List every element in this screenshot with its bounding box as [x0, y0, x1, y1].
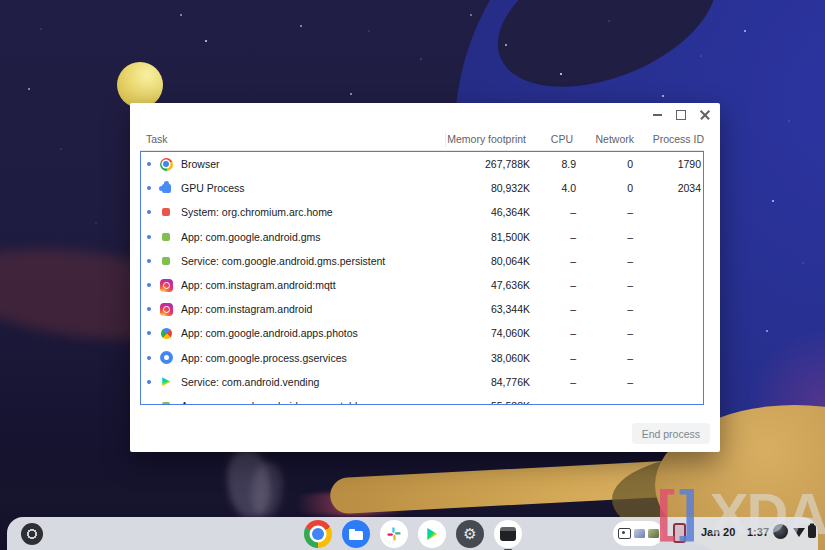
task-name: Service: com.android.vending — [181, 376, 456, 388]
cpu-value: – — [530, 206, 576, 218]
task-table-body: Browser 267,788K 8.9 0 1790 GPU Process … — [140, 151, 704, 405]
network-value: – — [576, 327, 633, 339]
task-row[interactable]: App: com.google.process.gservices 38,060… — [141, 346, 703, 370]
network-value: – — [576, 255, 633, 267]
network-value: – — [576, 352, 633, 364]
battery-icon[interactable] — [808, 525, 816, 538]
process-bullet-icon — [147, 356, 151, 360]
task-name: App: com.instagram.android — [181, 303, 456, 315]
close-button[interactable] — [698, 108, 712, 122]
slack-glyph — [386, 526, 402, 542]
tote-tray[interactable] — [613, 521, 663, 546]
task-table: Task Memory footprint CPU Network Proces… — [140, 129, 704, 405]
cpu-value: – — [530, 255, 576, 267]
task-name: App: com.google.android.gms.unstable — [181, 400, 456, 405]
cpu-value: 4.0 — [530, 182, 576, 194]
memory-value: 46,364K — [456, 206, 530, 218]
network-value: – — [576, 303, 633, 315]
cpu-value: – — [530, 303, 576, 315]
memory-value: 55,588K — [456, 400, 530, 405]
process-bullet-icon — [147, 162, 151, 166]
task-row[interactable]: Service: com.android.vending 84,776K – – — [141, 370, 703, 394]
close-icon — [700, 110, 710, 120]
photos-icon — [159, 326, 173, 340]
task-row[interactable]: GPU Process 80,932K 4.0 0 2034 — [141, 176, 703, 200]
window-titlebar[interactable] — [130, 103, 720, 127]
play-icon — [159, 375, 173, 389]
screenshot-thumbnail[interactable] — [634, 529, 645, 538]
process-bullet-icon — [147, 186, 151, 190]
arc-home-icon — [159, 205, 173, 219]
task-row[interactable]: System: org.chromium.arc.home 46,364K – … — [141, 200, 703, 224]
chrome-icon[interactable] — [304, 520, 332, 548]
launcher-button[interactable] — [21, 523, 43, 545]
process-bullet-icon — [147, 307, 151, 311]
wifi-icon[interactable] — [793, 526, 805, 537]
process-bullet-icon — [147, 404, 151, 405]
process-bullet-icon — [147, 380, 151, 384]
network-value: – — [576, 231, 633, 243]
column-header-cpu[interactable]: CPU — [526, 132, 573, 147]
process-bullet-icon — [147, 235, 151, 239]
settings-icon[interactable]: ⚙ — [456, 520, 484, 548]
task-row[interactable]: App: com.google.android.gms 81,500K – – — [141, 225, 703, 249]
instagram-icon — [159, 302, 173, 316]
maximize-icon — [676, 110, 686, 120]
time-label[interactable]: 1:37 — [747, 526, 769, 538]
terminal-icon[interactable] — [494, 520, 522, 548]
network-value: – — [576, 206, 633, 218]
task-name: GPU Process — [181, 182, 456, 194]
cpu-value: – — [530, 279, 576, 291]
phone-hub-icon[interactable] — [673, 523, 686, 543]
moon — [117, 62, 163, 108]
task-row[interactable]: App: com.instagram.android:mqtt 47,636K … — [141, 273, 703, 297]
screen-capture-icon — [618, 528, 631, 539]
cpu-value: – — [530, 231, 576, 243]
task-row[interactable]: Browser 267,788K 8.9 0 1790 — [141, 152, 703, 176]
gservices-icon — [159, 351, 173, 365]
cpu-value: – — [530, 352, 576, 364]
cpu-value: – — [530, 376, 576, 388]
play-triangle-glyph — [424, 526, 440, 542]
column-header-network[interactable]: Network — [573, 132, 634, 147]
task-row[interactable]: Service: com.google.android.gms.persiste… — [141, 249, 703, 273]
avatar[interactable] — [773, 524, 788, 539]
memory-value: 74,060K — [456, 327, 530, 339]
memory-value: 63,344K — [456, 303, 530, 315]
screenshot-thumbnail[interactable] — [648, 529, 659, 538]
stars — [0, 0, 2, 2]
window-controls — [650, 108, 712, 122]
memory-value: 267,788K — [456, 158, 530, 170]
maximize-button[interactable] — [674, 108, 688, 122]
pid-value: 1790 — [633, 158, 703, 170]
column-header-pid[interactable]: Process ID — [634, 132, 704, 147]
memory-value: 80,064K — [456, 255, 530, 267]
column-header-memory[interactable]: Memory footprint — [446, 132, 526, 147]
shelf: ⚙ Jan 20 1:37 — [7, 517, 818, 550]
pid-value: 2034 — [633, 182, 703, 194]
chrome-icon — [159, 157, 173, 171]
task-name: App: com.google.android.apps.photos — [181, 327, 456, 339]
files-icon[interactable] — [342, 520, 370, 548]
task-manager-window: Task Memory footprint CPU Network Proces… — [130, 103, 720, 452]
task-row[interactable]: App: com.google.android.gms.unstable 55,… — [141, 394, 703, 405]
network-value: – — [576, 376, 633, 388]
memory-value: 47,636K — [456, 279, 530, 291]
end-process-button[interactable]: End process — [632, 423, 710, 444]
minimize-button[interactable] — [650, 108, 664, 122]
task-row[interactable]: App: com.google.android.apps.photos 74,0… — [141, 321, 703, 345]
cpu-value: – — [530, 327, 576, 339]
process-bullet-icon — [147, 210, 151, 214]
task-table-header: Task Memory footprint CPU Network Proces… — [140, 129, 704, 151]
android-green-icon — [159, 399, 173, 405]
cpu-value: 8.9 — [530, 158, 576, 170]
network-value: 0 — [576, 158, 633, 170]
process-bullet-icon — [147, 331, 151, 335]
column-header-task[interactable]: Task — [140, 132, 446, 147]
task-row[interactable]: App: com.instagram.android 63,344K – – — [141, 297, 703, 321]
play-store-icon[interactable] — [418, 520, 446, 548]
date-label[interactable]: Jan 20 — [701, 526, 735, 538]
network-value: – — [576, 279, 633, 291]
slack-icon[interactable] — [380, 520, 408, 548]
task-name: App: com.google.android.gms — [181, 231, 456, 243]
